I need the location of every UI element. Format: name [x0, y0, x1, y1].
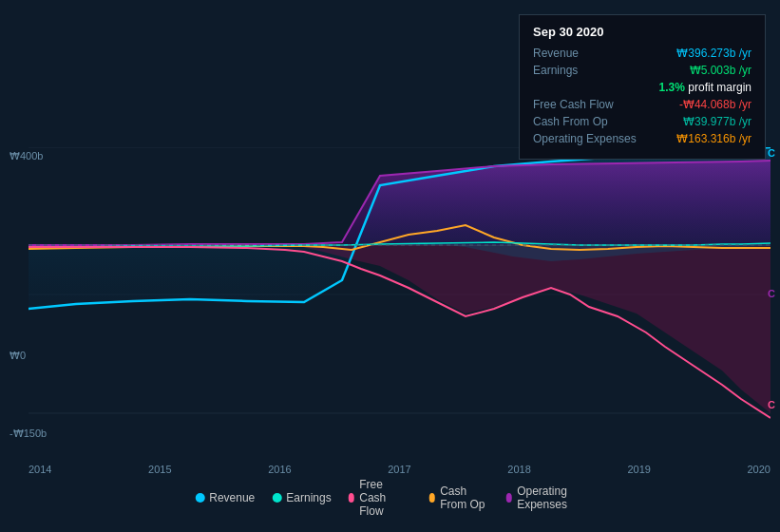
tooltip-label-revenue: Revenue [533, 47, 637, 60]
legend-item-fcf[interactable]: Free Cash Flow [349, 478, 412, 518]
legend-item-opex[interactable]: Operating Expenses [506, 484, 585, 511]
chart-svg [29, 147, 770, 442]
tooltip-row-profit-margin: 1.3% profit margin [533, 81, 751, 94]
x-label-2018: 2018 [507, 464, 530, 475]
tooltip-value-profit-margin: 1.3% profit margin [659, 81, 751, 94]
tooltip-value-fcf: -₩44.068b /yr [679, 98, 751, 111]
legend-label-cashfromop: Cash From Op [440, 484, 488, 511]
legend-label-revenue: Revenue [209, 491, 255, 504]
x-axis-labels: 2014 2015 2016 2017 2018 2019 2020 [29, 464, 770, 475]
tooltip-value-opex: ₩163.316b /yr [676, 132, 751, 145]
x-label-2015: 2015 [148, 464, 171, 475]
tooltip-row-cashfromop: Cash From Op ₩39.977b /yr [533, 115, 751, 128]
tooltip-label-earnings: Earnings [533, 64, 637, 77]
legend-label-earnings: Earnings [286, 491, 331, 504]
tooltip-value-cashfromop: ₩39.977b /yr [683, 115, 751, 128]
x-label-2020: 2020 [747, 464, 770, 475]
right-indicator-revenue: C [768, 147, 775, 159]
tooltip-value-revenue: ₩396.273b /yr [676, 47, 751, 60]
chart-container: Sep 30 2020 Revenue ₩396.273b /yr Earnin… [0, 0, 780, 532]
tooltip-label-opex: Operating Expenses [533, 132, 637, 145]
x-label-2014: 2014 [29, 464, 51, 475]
x-label-2016: 2016 [268, 464, 291, 475]
tooltip-row-opex: Operating Expenses ₩163.316b /yr [533, 132, 751, 145]
tooltip-row-earnings: Earnings ₩5.003b /yr [533, 64, 751, 77]
tooltip-date: Sep 30 2020 [533, 25, 751, 39]
tooltip-value-earnings: ₩5.003b /yr [690, 64, 751, 77]
right-indicator-fcf: C [768, 399, 775, 410]
legend-dot-fcf [349, 493, 355, 503]
legend-dot-revenue [195, 493, 204, 503]
tooltip-label-cashfromop: Cash From Op [533, 115, 637, 128]
legend-item-cashfromop[interactable]: Cash From Op [429, 484, 489, 511]
tooltip-row-revenue: Revenue ₩396.273b /yr [533, 47, 751, 60]
legend-dot-cashfromop [429, 493, 436, 503]
y-label-mid: ₩0 [10, 350, 26, 362]
tooltip-row-fcf: Free Cash Flow -₩44.068b /yr [533, 98, 751, 111]
legend-item-earnings[interactable]: Earnings [272, 491, 331, 504]
tooltip-box: Sep 30 2020 Revenue ₩396.273b /yr Earnin… [519, 14, 766, 160]
x-label-2017: 2017 [388, 464, 410, 475]
legend-dot-opex [506, 493, 513, 503]
chart-legend: Revenue Earnings Free Cash Flow Cash Fro… [195, 478, 585, 518]
legend-label-opex: Operating Expenses [517, 484, 585, 511]
legend-label-fcf: Free Cash Flow [359, 478, 411, 518]
x-label-2019: 2019 [627, 464, 650, 475]
right-indicator-opex: C [768, 288, 775, 299]
legend-dot-earnings [272, 493, 281, 503]
tooltip-label-fcf: Free Cash Flow [533, 98, 637, 111]
legend-item-revenue[interactable]: Revenue [195, 491, 255, 504]
